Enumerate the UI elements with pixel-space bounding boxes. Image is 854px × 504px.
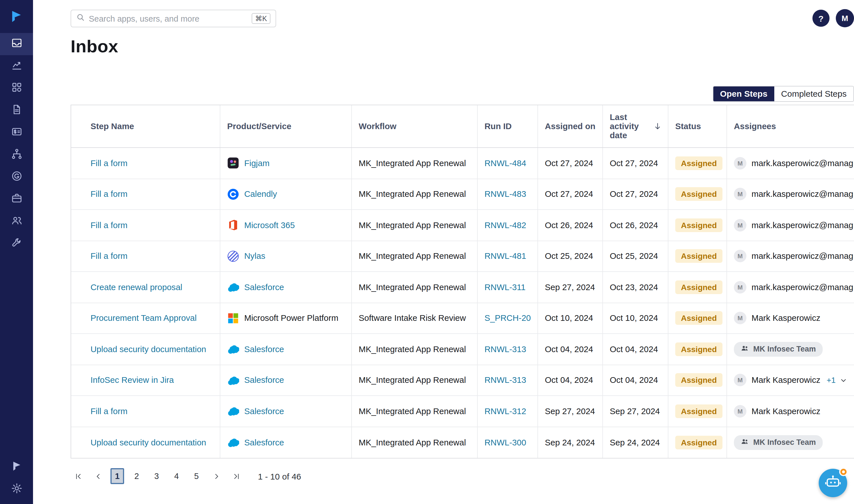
run-id-link[interactable]: RNWL-481	[485, 252, 526, 261]
productiv-logo[interactable]	[0, 0, 33, 33]
run-id-link[interactable]: RNWL-312	[485, 407, 526, 416]
search-input[interactable]	[89, 14, 248, 23]
page-button-1[interactable]: 1	[110, 468, 124, 484]
workflow-cell: MK_Integrated App Renewal	[352, 365, 478, 395]
product-name[interactable]: Figjam	[244, 159, 269, 168]
pagination-summary: 1 - 10 of 46	[258, 471, 301, 481]
page-button-2[interactable]: 2	[129, 468, 144, 484]
last-activity-date: Sep 24, 2024	[610, 438, 660, 447]
run-id-cell: RNWL-311	[478, 272, 538, 302]
run-id-link[interactable]: RNWL-483	[485, 190, 526, 199]
last-activity-cell: Oct 26, 2024	[603, 210, 668, 240]
product-name[interactable]: Salesforce	[244, 345, 284, 354]
assigned-on-cell: Oct 04, 2024	[538, 365, 603, 395]
run-id-link[interactable]: RNWL-484	[485, 159, 526, 168]
table-row: Create renewal proposalSalesforceMK_Inte…	[71, 272, 854, 303]
product-cell: Salesforce	[220, 396, 352, 426]
settings-gear-icon	[11, 482, 22, 497]
column-header-run-id[interactable]: Run ID	[478, 105, 538, 147]
column-header-assigned-on[interactable]: Assigned on	[538, 105, 603, 147]
step-link[interactable]: Fill a form	[90, 407, 127, 416]
run-id-cell: RNWL-484	[478, 148, 538, 178]
sidebar-item-portfolio-briefcase[interactable]	[0, 188, 33, 211]
last-page-button[interactable]	[229, 468, 244, 484]
sidebar-item-apps-grid[interactable]	[0, 77, 33, 100]
sidebar-item-tools[interactable]	[0, 233, 33, 255]
global-search[interactable]: ⌘K	[71, 10, 276, 27]
product-name[interactable]: Microsoft 365	[244, 221, 295, 230]
step-link[interactable]: Upload security documentation	[90, 345, 206, 354]
product-name[interactable]: Salesforce	[244, 376, 284, 385]
assigned-on-date: Oct 25, 2024	[545, 252, 593, 261]
run-id-link[interactable]: S_PRCH-20	[485, 314, 531, 323]
sidebar-item-contracts-doc[interactable]	[0, 100, 33, 122]
product-name[interactable]: Calendly	[244, 190, 277, 199]
column-header-step-name[interactable]: Step Name	[71, 105, 220, 147]
run-id-link[interactable]: RNWL-300	[485, 438, 526, 447]
sidebar-item-integrations-circle[interactable]	[0, 166, 33, 188]
previous-page-button[interactable]	[90, 468, 105, 484]
run-id-cell: S_PRCH-20	[478, 303, 538, 334]
column-header-product-service[interactable]: Product/Service	[220, 105, 352, 147]
team-chip[interactable]: MK Infosec Team	[734, 435, 823, 450]
tab-completed-steps[interactable]: Completed Steps	[774, 87, 853, 101]
sidebar-item-teams-people[interactable]	[0, 211, 33, 233]
column-header-workflow[interactable]: Workflow	[352, 105, 478, 147]
product-cell: Microsoft 365	[220, 210, 352, 240]
column-header-assignees[interactable]: Assignees	[727, 105, 854, 147]
last-activity-date: Oct 25, 2024	[610, 252, 658, 261]
tab-open-steps[interactable]: Open Steps	[713, 87, 774, 101]
step-link[interactable]: Fill a form	[90, 252, 127, 261]
workflow-cell: MK_Integrated App Renewal	[352, 334, 478, 364]
assigned-on-date: Sep 24, 2024	[545, 438, 595, 447]
status-badge: Assigned	[675, 218, 722, 232]
sidebar-item-settings-gear[interactable]	[0, 479, 33, 501]
chat-assistant-button[interactable]	[819, 469, 847, 497]
run-id-cell: RNWL-482	[478, 210, 538, 240]
step-link[interactable]: Fill a form	[90, 190, 127, 199]
product-name[interactable]: Salesforce	[244, 407, 284, 416]
page-button-3[interactable]: 3	[149, 468, 164, 484]
product-name[interactable]: Nylas	[244, 252, 265, 261]
more-assignees-link[interactable]: +1	[827, 376, 836, 385]
step-link[interactable]: InfoSec Review in Jira	[90, 376, 174, 385]
product-name[interactable]: Salesforce	[244, 283, 284, 292]
user-avatar[interactable]: M	[836, 9, 854, 27]
sidebar-item-logo-mark[interactable]	[0, 456, 33, 479]
step-link[interactable]: Create renewal proposal	[90, 283, 182, 292]
step-link[interactable]: Fill a form	[90, 159, 127, 168]
page-button-5[interactable]: 5	[189, 468, 204, 484]
table-row: Upload security documentationSalesforceM…	[71, 427, 854, 458]
sidebar-item-spend-card[interactable]	[0, 122, 33, 144]
step-name-cell: Create renewal proposal	[71, 272, 220, 302]
assignee-avatar: M	[734, 281, 746, 293]
assignees-cell: MK Infosec Team	[727, 334, 854, 364]
run-id-link[interactable]: RNWL-313	[485, 376, 526, 385]
first-page-button[interactable]	[71, 468, 85, 484]
step-link[interactable]: Upload security documentation	[90, 438, 206, 447]
team-chip[interactable]: MK Infosec Team	[734, 342, 823, 357]
sidebar-item-workflows-branch[interactable]	[0, 144, 33, 166]
salesforce-logo-icon	[227, 343, 239, 355]
help-button[interactable]: ?	[813, 10, 830, 27]
step-name-cell: Fill a form	[71, 210, 220, 240]
column-header-last-activity-date[interactable]: Last activity date	[603, 105, 668, 147]
step-link[interactable]: Fill a form	[90, 221, 127, 230]
apps-grid-icon	[11, 82, 22, 95]
step-link[interactable]: Procurement Team Approval	[90, 314, 197, 323]
workflow-cell: MK_Integrated App Renewal	[352, 396, 478, 426]
app-window: ⌘K ? M Inbox Open Steps Completed Steps …	[0, 0, 854, 504]
sidebar-item-analytics[interactable]	[0, 55, 33, 77]
run-id-link[interactable]: RNWL-313	[485, 345, 526, 354]
assigned-on-date: Sep 27, 2024	[545, 283, 595, 292]
workflow-name: MK_Integrated App Renewal	[359, 345, 466, 354]
run-id-link[interactable]: RNWL-311	[485, 283, 525, 292]
chevron-down-icon[interactable]	[840, 377, 847, 384]
sidebar-item-inbox[interactable]	[0, 33, 33, 55]
next-page-button[interactable]	[209, 468, 224, 484]
run-id-link[interactable]: RNWL-482	[485, 221, 526, 230]
sort-desc-icon[interactable]	[653, 122, 662, 131]
page-button-4[interactable]: 4	[169, 468, 184, 484]
product-name[interactable]: Salesforce	[244, 438, 284, 447]
column-header-status[interactable]: Status	[668, 105, 727, 147]
